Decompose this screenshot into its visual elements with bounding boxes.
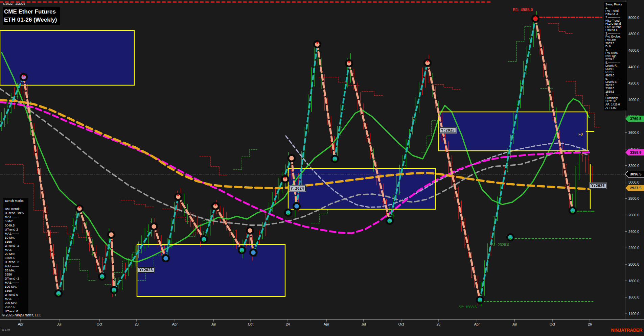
price-axis-label: 3600.0 <box>628 130 639 135</box>
bench-marks-line: MA4.------ <box>5 264 28 268</box>
price-axis-label: 4800.0 <box>628 32 639 36</box>
time-axis-label: 25 <box>436 322 440 326</box>
price-axis-label: 1800.0 <box>628 279 639 283</box>
last-price-tag: 3096.5 <box>625 171 644 177</box>
time-axis-label: Jul <box>512 322 516 326</box>
pivot-notch-green <box>203 240 205 242</box>
swing-pivots-line: AF: 6.00 <box>605 106 626 110</box>
bench-marks-line: MA3.------ <box>5 248 28 252</box>
time-axis-label: Oct <box>550 322 555 326</box>
price-axis-label: 2600.0 <box>628 213 639 217</box>
bench-marks-line: 3356 <box>5 272 28 277</box>
price-axis-label: 2800.0 <box>628 196 639 200</box>
swing-leg-down <box>111 235 114 290</box>
pivot-notch-red <box>214 204 216 206</box>
bench-marks-line: ------------ <box>5 203 28 207</box>
swing-leg-up <box>335 63 349 159</box>
bench-marks-line: MA2.------ <box>5 232 28 236</box>
pivot-notch-green <box>113 291 115 293</box>
f0-label: F0 <box>578 132 583 136</box>
bench-marks-line: 3360 <box>5 289 28 293</box>
pivot-marker <box>108 232 115 238</box>
s2-label: S2: 1568.5 <box>459 305 477 309</box>
bench-marks-line: Bench Marks <box>5 199 28 203</box>
pivot-notch-red <box>23 75 25 77</box>
pivot-notch-red <box>177 194 179 196</box>
swing-pivots-panel: Swing Pivots1.-------------Pvt. Trend:DT… <box>604 2 627 111</box>
ma20-price-tag: 3769.5 <box>625 116 644 122</box>
pivot-notch-red <box>78 206 80 208</box>
price-axis-label: 4400.0 <box>628 65 639 69</box>
pivot-notch-red <box>316 42 318 44</box>
pivot-marker <box>163 255 169 261</box>
pivot-notch-red <box>348 61 350 63</box>
bench-marks-line: 3769.5 <box>5 256 28 260</box>
price-axis-label: 2200.0 <box>628 246 639 250</box>
copyright-label: © 2026 NinjaTrader, LLC <box>2 313 41 317</box>
price-axis-label: 3000.0 <box>628 180 639 184</box>
time-axis-label: Oct <box>398 322 404 326</box>
s1-label: S1: 2328.0 <box>491 243 509 247</box>
bench-marks-line: DTrend -2 <box>5 244 28 248</box>
chart-title-line1: CME Ether Futures <box>4 8 57 16</box>
bench-marks-line: 55 MA: <box>5 268 28 272</box>
pivot-notch-green <box>334 160 336 162</box>
year-marker-label: Y:2023 <box>138 267 155 273</box>
bench-marks-line: MA5.------ <box>5 281 28 285</box>
pivot-notch-red <box>427 61 429 63</box>
pivot-marker <box>250 249 257 256</box>
pivot-notch-green <box>58 294 60 296</box>
pivot-marker <box>247 227 253 234</box>
swing-leg-down <box>215 206 242 250</box>
pivot-notch-green <box>101 277 103 279</box>
bench-marks-line: DTrend -2 <box>5 277 28 281</box>
bench-marks-line: DTrend 0 <box>5 293 28 297</box>
bench-marks-line: DTrend -2 <box>5 260 28 264</box>
bench-marks-line: BM Trend: <box>5 207 28 211</box>
pivot-notch-green <box>509 238 511 240</box>
year-marker-label: Y:2024 <box>289 186 306 191</box>
bench-marks-line: UTrend 0 <box>5 309 28 313</box>
time-axis-label: Jul <box>361 322 366 326</box>
swing-leg-up <box>0 77 24 145</box>
time-axis-label: Jul <box>57 322 61 326</box>
bench-marks-line: 2927.5 <box>5 305 28 309</box>
bench-marks-line: 3049.5 <box>5 223 28 227</box>
bench-marks-line: 5 MA: <box>5 219 28 223</box>
bench-marks-line: 3168 <box>5 240 28 244</box>
step-line <box>362 91 383 96</box>
price-axis-label: 3200.0 <box>628 164 639 168</box>
ma200-price-tag: 2927.5 <box>625 185 644 191</box>
price-chart-canvas[interactable] <box>0 0 644 336</box>
pivot-notch-green <box>287 213 289 215</box>
instrument-label: W ETH <box>2 328 10 331</box>
pivot-notch-green <box>479 301 481 303</box>
bench-marks-line: 20 MA: <box>5 252 28 256</box>
time-axis-label: 26 <box>588 322 592 326</box>
step-line <box>121 200 154 207</box>
price-axis-label: 4600.0 <box>628 48 639 52</box>
bench-marks-line: DTrend -19% <box>5 211 28 215</box>
ninjatrader-chart-window: 8/2022 - 2/2026 CME Ether Futures ETH 01… <box>0 0 644 336</box>
time-axis-label: Apr <box>172 322 178 326</box>
swing-leg-up <box>59 209 79 293</box>
pivot-notch-green <box>241 251 243 253</box>
time-axis-label: Apr <box>324 322 329 326</box>
price-axis-label: 4000.0 <box>628 98 639 102</box>
price-axis-label: 2000.0 <box>628 262 639 266</box>
bench-marks-line: MA6.------ <box>5 297 28 301</box>
step-line <box>200 156 227 175</box>
r1-label: R1: 4985.0 <box>513 7 533 12</box>
time-axis-label: 23 <box>135 322 139 326</box>
date-range-label: 8/2022 - 2/2026 <box>3 2 25 5</box>
time-axis-label: Oct <box>97 322 102 326</box>
swing-leg-down <box>79 209 102 277</box>
step-line <box>233 149 257 170</box>
bench-marks-panel: Bench Marks------------BM Trend:DTrend -… <box>3 198 28 315</box>
price-axis-label: 1400.0 <box>628 312 639 316</box>
time-axis-label: Oct <box>248 322 253 326</box>
pivot-marker <box>294 203 300 210</box>
ninjatrader-logo: NINJATRADER <box>611 328 642 333</box>
pivot-notch-green <box>389 221 391 223</box>
year-marker-label: Y:2025 <box>439 127 456 133</box>
